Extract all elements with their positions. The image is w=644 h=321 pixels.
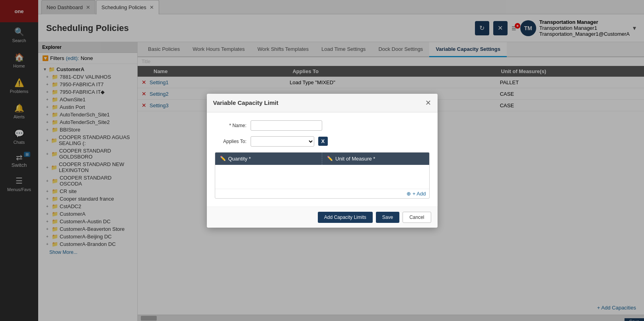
modal-header: Variable Capacity Limit ✕ [207,94,438,112]
capacity-table-header: ✏️ Quantity * ✏️ Unit of Measure * [215,153,429,165]
modal-footer: Add Capacity Limits Save Cancel [207,207,438,228]
capacity-table: ✏️ Quantity * ✏️ Unit of Measure * ⊕ + A… [215,152,430,199]
capacity-col-quantity: ✏️ Quantity * [215,153,323,165]
capacity-col-uom: ✏️ Unit of Measure * [322,153,429,165]
applies-to-form-row: Applies To: Load Type "MIXED" X [215,136,430,147]
quantity-edit-icon[interactable]: ✏️ [220,156,226,161]
add-capacity-limits-button[interactable]: Add Capacity Limits [318,212,373,223]
x-clear-button[interactable]: X [318,137,328,146]
variable-capacity-modal: Variable Capacity Limit ✕ * Name: Applie… [207,94,438,228]
name-form-row: * Name: [215,120,430,131]
modal-save-button[interactable]: Save [376,212,399,223]
uom-edit-icon[interactable]: ✏️ [327,156,333,161]
applies-to-label: Applies To: [215,139,247,144]
modal-overlay: Variable Capacity Limit ✕ * Name: Applie… [0,0,644,321]
applies-to-select[interactable]: Load Type "MIXED" [251,136,314,147]
modal-body: * Name: Applies To: Load Type "MIXED" X … [207,112,438,207]
name-label: * Name: [215,123,247,128]
capacity-table-body [215,165,429,189]
modal-cancel-button[interactable]: Cancel [403,212,431,223]
modal-close-button[interactable]: ✕ [425,99,431,107]
name-input[interactable] [251,120,322,131]
modal-title: Variable Capacity Limit [213,99,278,106]
add-row-link[interactable]: ⊕ + Add [215,189,429,198]
plus-icon: ⊕ [407,191,411,197]
